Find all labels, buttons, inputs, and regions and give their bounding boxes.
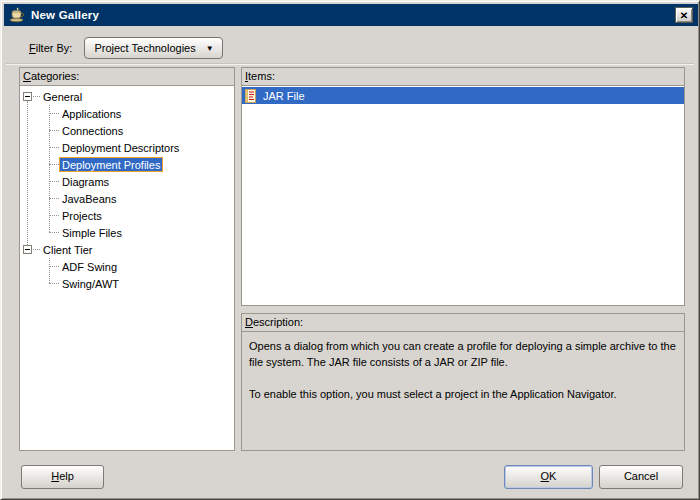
filter-row: Filter By: Project Technologies ▼ [29, 37, 223, 59]
tree-node-diagrams[interactable]: Diagrams [20, 173, 234, 190]
tree-node-connections[interactable]: Connections [20, 122, 234, 139]
categories-tree: General Applications Connections Deploym… [20, 86, 234, 449]
tree-node-deployment-profiles[interactable]: Deployment Profiles [20, 156, 234, 173]
tree-node-swing-awt[interactable]: Swing/AWT [20, 275, 234, 292]
list-item-label: JAR File [263, 90, 305, 102]
list-item-jar-file[interactable]: JAR File [242, 87, 684, 104]
filter-dropdown-value: Project Technologies [94, 42, 195, 54]
new-gallery-dialog: New Gallery ✕ Filter By: Project Technol… [0, 0, 700, 500]
tree-node-adf-swing[interactable]: ADF Swing [20, 258, 234, 275]
tree-node-simple-files[interactable]: Simple Files [20, 224, 234, 241]
title-bar[interactable]: New Gallery ✕ [4, 4, 698, 26]
description-paragraph: Opens a dialog from which you can create… [249, 338, 677, 370]
help-button[interactable]: Help [21, 465, 104, 489]
collapse-minus-icon[interactable] [23, 92, 32, 101]
close-icon[interactable]: ✕ [675, 7, 693, 23]
separator [6, 63, 694, 65]
items-list: JAR File [242, 86, 684, 104]
cancel-button[interactable]: Cancel [599, 465, 683, 489]
description-label: Description: [242, 314, 684, 332]
categories-label: Categories: [20, 68, 234, 86]
jar-file-icon [244, 89, 258, 103]
filter-by-label: Filter By: [29, 42, 72, 54]
items-label: Items: [242, 68, 684, 86]
description-text: Opens a dialog from which you can create… [242, 332, 684, 408]
items-panel: Items: JAR File [241, 67, 685, 306]
tree-node-deployment-descriptors[interactable]: Deployment Descriptors [20, 139, 234, 156]
ok-button[interactable]: OK [504, 465, 593, 489]
tree-node-projects[interactable]: Projects [20, 207, 234, 224]
filter-dropdown[interactable]: Project Technologies ▼ [84, 37, 222, 59]
dialog-title: New Gallery [31, 9, 99, 21]
coffee-cup-icon [9, 7, 26, 23]
tree-node-applications[interactable]: Applications [20, 105, 234, 122]
categories-panel: Categories: General Applications Connect… [19, 67, 235, 451]
chevron-down-icon: ▼ [206, 44, 214, 53]
tree-node-javabeans[interactable]: JavaBeans [20, 190, 234, 207]
tree-node-general[interactable]: General [20, 88, 234, 105]
description-paragraph: To enable this option, you must select a… [249, 386, 677, 402]
collapse-minus-icon[interactable] [23, 245, 32, 254]
tree-node-client-tier[interactable]: Client Tier [20, 241, 234, 258]
description-panel: Description: Opens a dialog from which y… [241, 313, 685, 451]
